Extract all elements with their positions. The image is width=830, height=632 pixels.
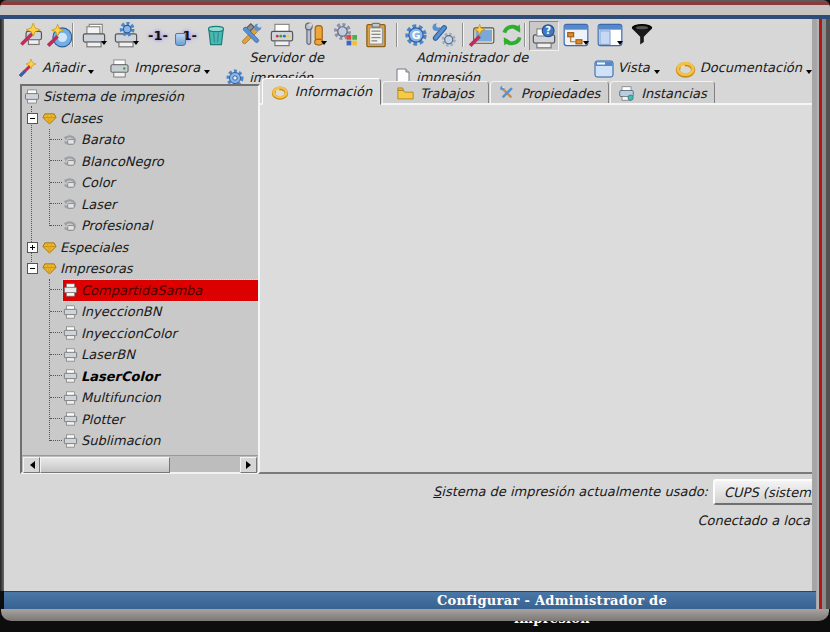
tab-label: Trabajos <box>420 86 474 101</box>
right-arrow-icon <box>246 461 255 469</box>
menu-anadir[interactable]: Añadir <box>18 58 94 78</box>
printer-class-icon <box>63 176 78 190</box>
set-local-default-button[interactable]: -1- <box>144 21 172 49</box>
tree-horizontal-scrollbar[interactable] <box>22 455 258 472</box>
tree-item-color[interactable]: Color <box>22 172 258 194</box>
menu-vista[interactable]: Vista <box>594 58 660 78</box>
printer-class-icon <box>63 219 78 233</box>
tree-item-clases[interactable]: Clases <box>22 108 258 130</box>
printer-admin-window: -1- -1- <box>0 0 830 632</box>
export-samba-button[interactable] <box>332 21 360 49</box>
window-titlebar[interactable]: Configurar - Administrador de impresión <box>4 591 816 610</box>
menu-label: Impresora <box>134 58 200 78</box>
tree-item-plotter[interactable]: Plotter <box>22 409 258 431</box>
gold-ring-icon <box>675 59 696 78</box>
add-special-printer-button[interactable] <box>46 21 74 49</box>
tree-item-lasercolor[interactable]: LaserColor <box>22 366 258 388</box>
scroll-left-button[interactable] <box>23 457 40 473</box>
printer-icon <box>63 305 78 319</box>
tree-item-compartidasamba[interactable]: CompartidaSamba <box>22 280 258 302</box>
tree-item-profesional[interactable]: Profesional <box>22 215 258 237</box>
trash-icon <box>204 23 228 47</box>
menubar: Añadir Impresora Servidor de impresión A… <box>18 56 812 79</box>
dropdown-caret-icon <box>617 41 623 48</box>
tree-item-especiales[interactable]: Especiales <box>22 237 258 259</box>
wrench-gear-icon <box>431 22 457 48</box>
menu-impresora[interactable]: Impresora <box>109 58 210 78</box>
tree-item-sistema-de-impresion[interactable]: Sistema de impresión <box>22 86 258 108</box>
toolbar-separator <box>524 23 526 47</box>
printer-icon <box>63 412 78 426</box>
server-settings-button[interactable]: G <box>402 21 430 49</box>
configure-printer-button[interactable] <box>236 21 264 49</box>
view-columns-mode-button[interactable] <box>596 21 624 49</box>
tree-item-laserbn[interactable]: LaserBN <box>22 344 258 366</box>
printer-instances-icon <box>618 86 635 101</box>
scrollbar-thumb[interactable] <box>40 457 170 473</box>
selected-row-highlight: CompartidaSamba <box>63 280 258 302</box>
printer-icon <box>63 348 78 362</box>
clipboard-icon <box>364 22 388 48</box>
tree-item-inyeccionbn[interactable]: InyeccionBN <box>22 301 258 323</box>
screen-wand-icon <box>469 22 495 48</box>
collapse-expander-icon[interactable] <box>27 263 38 274</box>
configure-wizard-button[interactable] <box>468 21 496 49</box>
menu-caret-icon <box>654 70 660 77</box>
remove-printer-button[interactable] <box>202 21 230 49</box>
printer-icon <box>63 369 78 383</box>
filter-button[interactable] <box>628 21 656 49</box>
tree-stub-line <box>50 354 62 356</box>
tree-item-sublimacion[interactable]: Sublimacion <box>22 430 258 452</box>
collapse-expander-icon[interactable] <box>27 113 38 124</box>
tree-stub-line <box>50 289 62 291</box>
refresh-icon <box>499 22 525 48</box>
tab-trabajos[interactable]: Trabajos <box>382 81 489 105</box>
gold-class-icon <box>42 241 57 254</box>
tree-stub-line <box>50 332 62 334</box>
tree-item-impresoras[interactable]: Impresoras <box>22 258 258 280</box>
tree-item-laser[interactable]: Laser <box>22 194 258 216</box>
tools-icon <box>499 85 515 101</box>
menu-documentacion[interactable]: Documentación <box>675 58 812 78</box>
tree-stub-line <box>50 418 62 420</box>
window-title: Configurar - Administrador de impresión <box>400 592 704 610</box>
scroll-right-button[interactable] <box>240 457 257 473</box>
printer-details-toggle[interactable]: ? <box>529 21 559 51</box>
tree-stub-line <box>50 375 62 377</box>
printer-class-icon <box>63 133 78 147</box>
refresh-button[interactable] <box>498 21 526 49</box>
tab-instancias[interactable]: Instancias <box>610 81 715 105</box>
tree-item-multifuncion[interactable]: Multifuncion <box>22 387 258 409</box>
expand-expander-icon[interactable] <box>27 242 38 253</box>
printer-icon <box>63 283 78 297</box>
folder-icon <box>397 86 414 100</box>
print-system-label: Sistema de impresión actualmente usado: <box>258 484 708 499</box>
printer-settings-button[interactable] <box>112 21 140 49</box>
toolbar-separator <box>462 23 464 47</box>
printer-tools-button[interactable] <box>300 21 328 49</box>
print-system-combobox[interactable]: CUPS (sistema <box>713 479 812 505</box>
window-right-border <box>812 19 830 609</box>
tree-stub-line <box>50 225 62 227</box>
tree-item-blanconegro[interactable]: BlancoNegro <box>22 151 258 173</box>
dropdown-caret-icon <box>133 41 139 48</box>
server-tools-button[interactable] <box>430 21 458 49</box>
view-tree-mode-button[interactable] <box>562 21 590 49</box>
combobox-value: CUPS (sistema <box>724 485 812 500</box>
print-test-page-button[interactable] <box>80 21 108 49</box>
tree-item-barato[interactable]: Barato <box>22 129 258 151</box>
dropdown-caret-icon <box>583 41 589 48</box>
printer-test-button[interactable] <box>268 21 296 49</box>
tab-propiedades[interactable]: Propiedades <box>490 81 609 105</box>
tab-informacion[interactable]: Información <box>262 78 381 105</box>
set-user-default-button[interactable]: -1- <box>173 21 201 49</box>
printer-icon <box>63 326 78 340</box>
report-button[interactable] <box>362 21 390 49</box>
printer-color-icon <box>269 22 295 48</box>
jar-icon <box>175 33 186 46</box>
minus-one-icon: -1- <box>148 28 168 43</box>
add-printer-wizard-button[interactable] <box>18 21 46 49</box>
tree-item-inyeccioncolor[interactable]: InyeccionColor <box>22 323 258 345</box>
printer-wand-icon <box>19 22 45 48</box>
toolbar-separator <box>72 23 74 47</box>
